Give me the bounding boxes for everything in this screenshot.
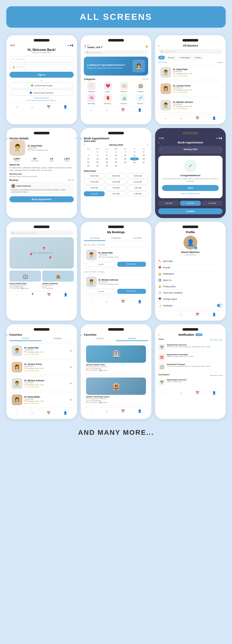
cal-day-22[interactable]: 22 xyxy=(93,161,102,164)
time-11am[interactable]: 11:00 AM xyxy=(106,179,126,184)
nav-home-icon[interactable]: ⌂ xyxy=(16,293,18,296)
back-button[interactable]: ‹ xyxy=(81,333,82,337)
menu-item-notifications[interactable]: 🔔 Notifications › xyxy=(158,271,223,277)
time-430pm[interactable]: 4:30 PM xyxy=(84,191,105,196)
cal-day-20[interactable]: 20 xyxy=(139,157,148,160)
next-month-button[interactable]: › xyxy=(147,143,148,146)
doctor-card-1[interactable]: 👨‍⚕️ Dr. David Patel Cardiologist 📍 Card… xyxy=(158,65,223,80)
signup-link[interactable]: Sign up xyxy=(50,99,56,101)
fav-doctor-2[interactable]: 👩‍⚕️ Dr. Jessica Turner Cardiologist 📍 C… xyxy=(9,360,74,375)
tab-canceled[interactable]: Canceled xyxy=(127,236,148,241)
cancel-button-1[interactable]: Cancel xyxy=(86,262,116,267)
reschedule-button-1[interactable]: Reschedule xyxy=(117,262,146,267)
nav-calendar-icon[interactable]: 📅 xyxy=(47,105,50,109)
map-pin-1[interactable]: 📍 xyxy=(42,247,46,251)
nav-calendar-icon[interactable]: 📅 xyxy=(121,409,125,413)
back-button[interactable]: ‹ xyxy=(6,137,7,140)
category-cardio[interactable]: ❤️ Cardio... xyxy=(100,82,115,92)
category-gastro[interactable]: 🫀 Gastroent... xyxy=(100,94,115,104)
nav-calendar-icon[interactable]: 📅 xyxy=(47,293,51,296)
notif-item-1[interactable]: 📅 Appointment Success You have successfu… xyxy=(158,343,223,352)
mark-all-link[interactable]: Mark all as read xyxy=(210,339,223,341)
nav-home-icon[interactable]: ⌂ xyxy=(90,300,92,303)
time-opt-2[interactable]: 5:00 PM xyxy=(180,201,201,206)
nav-home-icon[interactable]: ⌂ xyxy=(165,391,167,395)
nav-home-icon[interactable]: ⌂ xyxy=(16,105,18,109)
book-btn-area[interactable]: Book Appointment xyxy=(9,196,74,202)
cal-day-6[interactable]: 6 xyxy=(139,150,148,154)
filter-dentist[interactable]: Dentist xyxy=(193,56,204,59)
password-field[interactable]: 🔒 Password xyxy=(9,64,74,70)
prev-month-button[interactable]: ‹ xyxy=(160,148,161,151)
nav-calendar-icon[interactable]: 📅 xyxy=(121,300,125,303)
notif-item-4[interactable]: 📅 Appointment Success Click Dr. White No… xyxy=(158,378,223,387)
menu-item-layout[interactable]: 🖥️ Change Layout › xyxy=(158,296,223,302)
mark-all-yesterday-link[interactable]: Mark all as read xyxy=(210,374,223,376)
notif-item-3[interactable]: 🔄 Scheduled Changed You have successfull… xyxy=(158,362,223,372)
cal-day-26[interactable]: 26 xyxy=(130,161,139,164)
category-neurology[interactable]: 🧠 Neurology xyxy=(84,94,99,104)
time-opt-3[interactable]: 5:30 PM xyxy=(202,201,223,206)
chevron-down-icon[interactable]: ▾ xyxy=(101,46,102,48)
facebook-button[interactable]: 🔵 Continue with Facebook xyxy=(9,90,74,96)
tab-completed[interactable]: Completed xyxy=(105,236,127,241)
notif-item-2[interactable]: ❌ Appointment Cancelled Booked an appoin… xyxy=(158,352,223,362)
cal-day-30[interactable]: 30 xyxy=(102,164,111,167)
confirm-button[interactable]: Confirm xyxy=(158,208,223,214)
nav-calendar-icon[interactable]: 📅 xyxy=(195,313,199,316)
cal-day-17[interactable]: 17 xyxy=(112,157,120,160)
cal-day-8[interactable]: 8 xyxy=(93,154,102,157)
cal-day-18[interactable]: 18 xyxy=(121,157,130,160)
cal-day-25[interactable]: 25 xyxy=(121,161,130,164)
nav-search-icon[interactable]: ◎ xyxy=(180,313,183,316)
time-3pm[interactable]: 3:00 PM xyxy=(84,185,105,190)
sign-in-button[interactable]: Sign In xyxy=(9,72,74,78)
fav-heart-icon-3[interactable]: ♥ xyxy=(70,382,72,385)
nav-profile-icon[interactable]: 👤 xyxy=(63,411,67,415)
time-1030am[interactable]: 10:30 AM xyxy=(84,179,105,184)
cal-day-24[interactable]: 24 xyxy=(112,161,120,164)
search-bar[interactable]: 🔍 Search doctor... xyxy=(158,49,223,54)
tab-doctors[interactable]: Doctors xyxy=(84,336,116,341)
nav-home-icon[interactable]: ⌂ xyxy=(16,411,18,415)
cal-day-13[interactable]: 13 xyxy=(139,154,148,157)
cal-day-16[interactable]: 16 xyxy=(102,157,111,160)
back-button[interactable]: ‹ xyxy=(6,333,7,337)
time-9am[interactable]: 09:00 AM xyxy=(84,173,105,178)
cal-day-5[interactable]: 5 xyxy=(130,150,139,154)
reschedule-button-2[interactable]: Reschedule xyxy=(117,289,146,294)
cal-day-7[interactable]: 7 xyxy=(84,154,93,157)
notification-bell-icon[interactable]: 🔔 xyxy=(145,45,148,48)
cal-day-28[interactable]: 28 xyxy=(84,164,93,167)
menu-item-darkmode[interactable]: 🌙 DarkMode xyxy=(158,302,223,309)
nav-profile-icon[interactable]: 👤 xyxy=(138,300,142,303)
category-general[interactable]: 🏥 General xyxy=(133,82,148,92)
filter-general[interactable]: General xyxy=(166,56,177,59)
search-bar[interactable]: 🔍 Search Doctor, Hospital xyxy=(9,231,74,235)
nav-calendar-icon[interactable]: 📅 xyxy=(195,116,199,120)
prev-month-button[interactable]: ‹ xyxy=(84,143,85,146)
fav-heart-icon-2[interactable]: ♥ xyxy=(70,366,72,369)
time-5pm[interactable]: 5:00 PM xyxy=(106,191,126,196)
cal-day-31[interactable]: 31 xyxy=(112,164,120,167)
time-1130am[interactable]: 11:30 AM xyxy=(127,179,148,184)
nav-profile-icon[interactable]: 👤 xyxy=(212,116,216,120)
favorite-heart-icon-2[interactable]: ♡ xyxy=(218,87,220,90)
fav-doctor-1[interactable]: 👨‍⚕️ Dr. David Patel Cardiologist 📍 Card… xyxy=(9,343,74,358)
time-opt-1[interactable]: 4:30 PM xyxy=(158,201,179,206)
cal-day-3[interactable]: 3 xyxy=(112,150,120,154)
clinic-card-1[interactable]: 🏥 Sunrise Health Clinic 123 Oak Street, … xyxy=(9,271,41,289)
nav-search-icon[interactable]: ◎ xyxy=(31,411,34,415)
nav-calendar-icon[interactable]: 📅 xyxy=(47,411,50,415)
heart-icon[interactable]: ♡ xyxy=(75,137,77,140)
search-bar[interactable]: 🔍 Search doctor... xyxy=(84,50,148,55)
category-lab[interactable]: 🔬 Laborato... xyxy=(117,94,132,104)
favorite-heart-icon-3[interactable]: ♡ xyxy=(218,104,220,107)
darkmode-toggle[interactable] xyxy=(217,304,223,307)
nav-search-icon[interactable]: ◎ xyxy=(180,391,183,395)
map-pin-3[interactable]: 📍 xyxy=(48,256,53,260)
fav-heart-icon-1[interactable]: ♥ xyxy=(70,350,72,352)
cal-day-14[interactable]: 14 xyxy=(84,157,93,160)
time-4pm[interactable]: 4:00 PM xyxy=(127,185,148,190)
cal-day-12[interactable]: 12 xyxy=(130,154,139,157)
